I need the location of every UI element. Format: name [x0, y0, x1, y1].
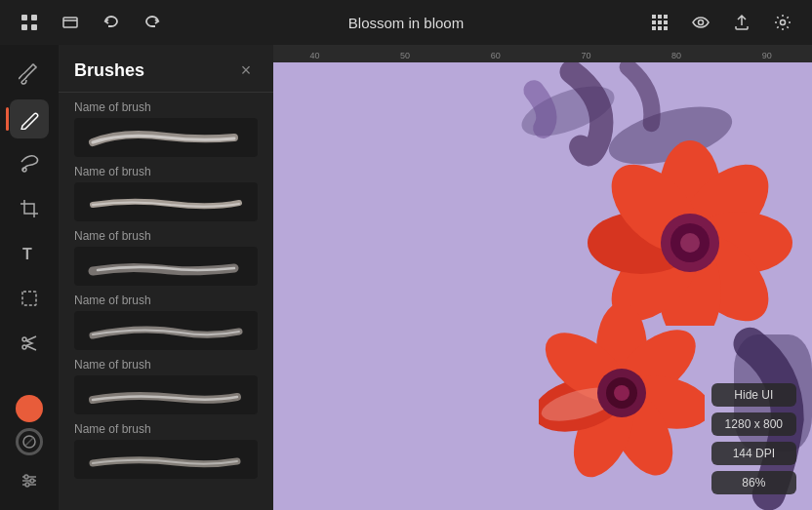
brush-preview — [74, 118, 258, 157]
list-item[interactable]: Name of brush — [59, 225, 273, 290]
brush-preview — [74, 311, 258, 350]
svg-point-22 — [24, 475, 28, 479]
brush-name: Name of brush — [74, 165, 258, 178]
export-icon[interactable] — [728, 9, 755, 36]
redo-icon[interactable] — [139, 9, 166, 36]
svg-rect-3 — [31, 24, 37, 30]
list-item[interactable]: Name of brush — [59, 161, 273, 225]
svg-point-46 — [614, 385, 629, 401]
flower-small — [539, 305, 705, 481]
text-tool[interactable]: T — [10, 234, 49, 273]
pen-tool[interactable] — [10, 99, 49, 138]
list-item[interactable]: Name of brush — [59, 290, 273, 354]
flower-large — [588, 140, 792, 326]
svg-point-23 — [30, 479, 34, 483]
svg-rect-11 — [652, 26, 656, 30]
ruler-mark: 60 — [491, 51, 501, 60]
smudge-tool[interactable] — [10, 144, 49, 183]
ruler-mark: 40 — [309, 51, 319, 60]
info-panel: Hide UI 1280 x 800 144 DPI 86% — [711, 383, 796, 494]
foreground-color[interactable] — [16, 395, 43, 422]
svg-rect-8 — [652, 20, 656, 24]
ruler-mark: 90 — [762, 51, 772, 60]
sliders-icon[interactable] — [10, 461, 49, 500]
brush-name: Name of brush — [74, 100, 258, 114]
svg-rect-2 — [21, 24, 27, 30]
svg-point-16 — [22, 168, 26, 172]
svg-text:T: T — [22, 246, 32, 262]
svg-rect-5 — [652, 15, 656, 19]
brush-preview — [74, 247, 258, 286]
ruler-mark: 50 — [400, 51, 410, 60]
list-item[interactable]: Name of brush — [59, 354, 273, 418]
brush-list: Name of brush Name of brush Name of brus… — [59, 93, 273, 510]
crop-tool[interactable] — [10, 189, 49, 228]
brush-name: Name of brush — [74, 294, 258, 307]
brush-tool[interactable] — [10, 55, 49, 94]
layers-icon[interactable] — [57, 9, 84, 36]
brush-name: Name of brush — [74, 422, 258, 436]
svg-rect-4 — [63, 18, 77, 27]
svg-point-35 — [680, 233, 700, 253]
brush-preview — [74, 375, 258, 414]
svg-point-19 — [22, 337, 26, 341]
svg-rect-6 — [658, 15, 662, 19]
svg-rect-10 — [664, 20, 668, 24]
svg-rect-12 — [658, 26, 662, 30]
svg-rect-13 — [664, 26, 668, 30]
list-item[interactable]: Name of brush — [59, 418, 273, 483]
svg-rect-18 — [22, 292, 36, 305]
top-bar: Blossom in bloom — [0, 0, 812, 45]
brush-panel-title: Brushes — [74, 60, 144, 81]
brush-preview — [74, 182, 258, 221]
grid2-icon[interactable] — [646, 9, 673, 36]
svg-point-24 — [25, 483, 29, 487]
brush-name: Name of brush — [74, 229, 258, 243]
scissors-tool[interactable] — [10, 324, 49, 363]
grid-icon[interactable] — [16, 9, 43, 36]
hide-ui-button[interactable]: Hide UI — [711, 383, 796, 407]
brush-preview — [74, 440, 258, 479]
ruler-mark: 70 — [581, 51, 590, 60]
background-color[interactable] — [16, 428, 43, 455]
brush-stroke — [515, 76, 621, 146]
undo-icon[interactable] — [98, 9, 125, 36]
settings-icon[interactable] — [769, 9, 796, 36]
svg-point-15 — [781, 20, 786, 25]
ruler-mark: 80 — [671, 51, 681, 60]
svg-rect-0 — [21, 15, 27, 20]
top-bar-right — [646, 9, 796, 36]
svg-rect-9 — [658, 20, 662, 24]
document-title: Blossom in bloom — [348, 15, 464, 31]
eye-icon[interactable] — [687, 9, 714, 36]
brush-panel: Brushes × Name of brush Name of brush — [59, 45, 273, 510]
select-tool[interactable] — [10, 279, 49, 318]
zoom-label: 86% — [711, 471, 796, 494]
brush-panel-header: Brushes × — [59, 45, 273, 93]
dpi-label: 144 DPI — [711, 442, 796, 465]
top-bar-left — [16, 9, 166, 36]
svg-point-20 — [22, 345, 26, 349]
list-item[interactable]: Name of brush — [59, 97, 273, 161]
svg-point-14 — [699, 20, 704, 25]
svg-rect-7 — [664, 15, 668, 19]
close-button[interactable]: × — [234, 59, 258, 82]
left-toolbar: T — [0, 45, 59, 510]
brush-name: Name of brush — [74, 358, 258, 372]
resolution-label: 1280 x 800 — [711, 412, 796, 436]
svg-rect-1 — [31, 15, 37, 20]
